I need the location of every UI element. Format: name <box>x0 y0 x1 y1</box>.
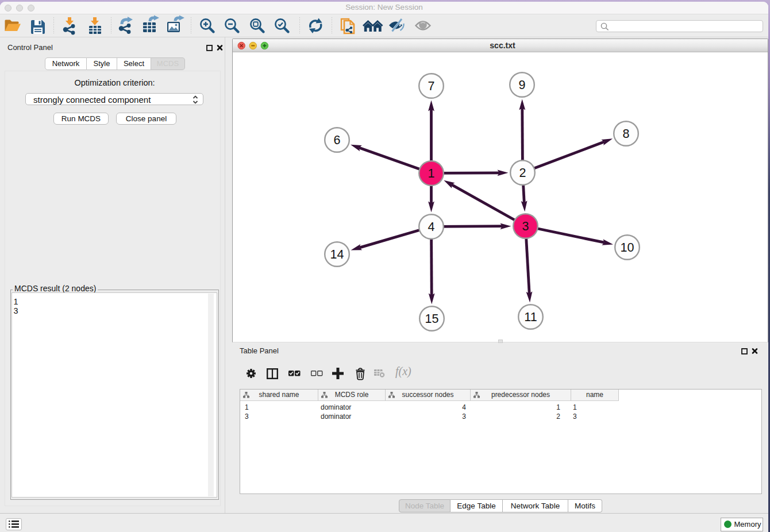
svg-text:9: 9 <box>519 78 526 92</box>
svg-text:1: 1 <box>428 167 435 180</box>
svg-text:f(x): f(x) <box>395 365 411 378</box>
svg-text:4: 4 <box>428 220 435 234</box>
svg-text:7: 7 <box>428 79 435 93</box>
svg-text:14: 14 <box>330 248 344 261</box>
svg-text:8: 8 <box>623 127 630 141</box>
svg-text:3: 3 <box>522 219 529 233</box>
svg-text:6: 6 <box>334 133 341 147</box>
svg-text:10: 10 <box>621 241 634 255</box>
svg-text:2: 2 <box>519 166 526 180</box>
svg-text:15: 15 <box>425 312 439 326</box>
svg-text:11: 11 <box>524 310 537 324</box>
